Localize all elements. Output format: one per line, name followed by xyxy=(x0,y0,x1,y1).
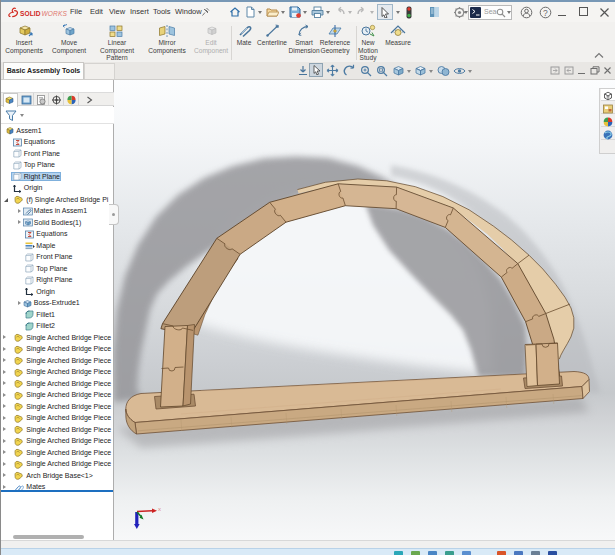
svg-text:x: x xyxy=(158,506,161,512)
svg-text:?: ? xyxy=(543,8,548,18)
svg-text:WORKS: WORKS xyxy=(42,10,68,17)
svg-text:SOLID: SOLID xyxy=(20,10,41,17)
